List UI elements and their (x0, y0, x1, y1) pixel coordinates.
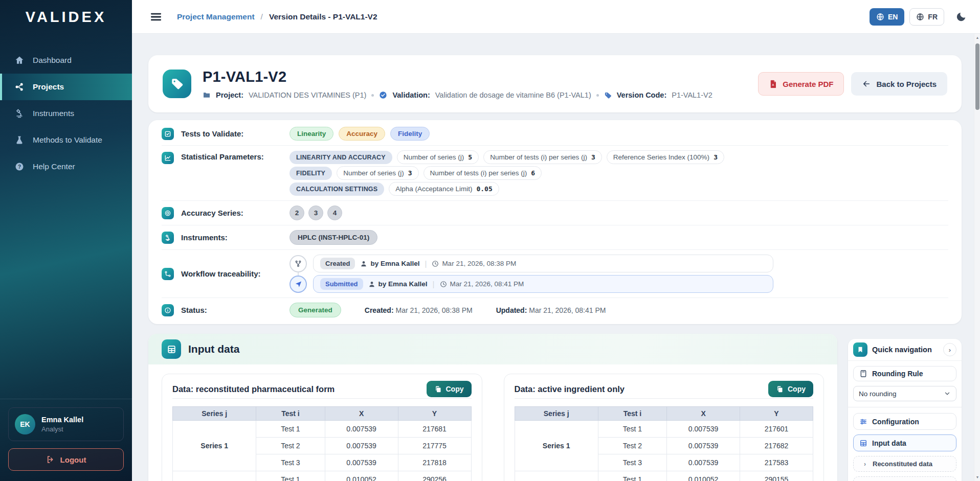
globe-icon (876, 13, 884, 21)
stat-group-tag: CALCULATION SETTINGS (289, 182, 384, 196)
nav-item-configuration[interactable]: Configuration (853, 413, 956, 430)
test-badge-linearity: Linearity (289, 127, 333, 141)
breadcrumb-parent[interactable]: Project Management (177, 12, 255, 21)
table-cell: 217682 (740, 438, 813, 454)
table-cell: 0.007539 (667, 421, 740, 438)
series-cell: Series 1 (515, 421, 598, 471)
table-header-row: Series jTest iXY (173, 407, 472, 421)
test-badge-fidelity: Fidelity (390, 127, 430, 141)
nav-subitem-label: Reconstituted data (873, 460, 932, 468)
scroll-up-arrow[interactable]: ▲ (974, 36, 980, 39)
column-header: Test i (256, 407, 325, 421)
accuracy-series-value: 3 (308, 205, 323, 220)
table-cell: 0.007539 (325, 438, 398, 454)
stat-params-row: Statistical Parameters: LINEARITY AND AC… (162, 146, 948, 201)
copy-button[interactable]: Copy (427, 381, 472, 397)
copy-button[interactable]: Copy (768, 381, 813, 397)
rounding-rule-title: Rounding Rule (872, 370, 923, 378)
sidebar-item-dashboard[interactable]: Dashboard (0, 47, 132, 74)
sidebar-item-help[interactable]: ? Help Center (0, 153, 132, 180)
quick-navigation-panel: Quick navigation › Rounding Rule No roun… (848, 339, 962, 481)
breadcrumb: Project Management / Version Details - P… (177, 12, 377, 21)
instrument-pill: HPLC (INST-HPLC-01) (289, 230, 377, 245)
svg-text:A: A (772, 83, 774, 86)
scroll-down-arrow[interactable]: ▼ (974, 475, 980, 479)
copy-icon (776, 385, 784, 393)
table-cell: Test 1 (256, 421, 325, 438)
input-data-header: Input data (148, 334, 837, 364)
tests-row: Tests to Validate: Linearity Accuracy Fi… (162, 122, 948, 146)
sidebar-item-label: Instruments (33, 109, 74, 118)
validation-value: Validation de dosage de vitamine B6 (P1-… (435, 91, 591, 99)
copy-icon (434, 385, 442, 393)
grid-icon (859, 439, 867, 447)
sidebar-item-methods[interactable]: Methods to Validate (0, 127, 132, 153)
sidebar-footer: EK Emna Kallel Analyst Logout (0, 399, 132, 481)
microscope-icon (14, 108, 25, 119)
updated-label: Updated: (496, 306, 527, 314)
table-cell: 0.007539 (667, 454, 740, 471)
column-header: X (667, 407, 740, 421)
generate-pdf-button[interactable]: A Generate PDF (758, 72, 844, 96)
table-cell: 0.007539 (325, 421, 398, 438)
workflow-by: by Emna Kallel (378, 280, 428, 288)
table-cell: Test 3 (598, 454, 666, 471)
table-cell: Test 1 (256, 471, 325, 481)
clock-icon (440, 281, 447, 288)
series-cell: Series 2 (515, 471, 598, 481)
version-code-label: Version Code: (617, 91, 667, 99)
workflow-status-badge: Created (320, 258, 355, 269)
window-scrollbar[interactable]: ▲ ▼ (974, 34, 980, 481)
instruments-label: Instruments: (181, 233, 282, 242)
sidebar-item-instruments[interactable]: Instruments (0, 100, 132, 127)
table-row: Series 2Test 10.010052290256 (173, 471, 472, 481)
workflow-time: Mar 21, 2026, 08:38 PM (442, 260, 516, 267)
column-header: Series j (173, 407, 256, 421)
lang-fr-button[interactable]: FR (909, 8, 944, 26)
data-table: Series jTest iXY Series 1Test 10.0075392… (172, 406, 472, 481)
menu-icon[interactable] (149, 10, 163, 24)
panel-title: Data: active ingredient only (515, 384, 625, 394)
accuracy-series-value: 4 (327, 205, 342, 220)
version-code-value: P1-VAL1-V2 (672, 91, 712, 99)
back-to-projects-button[interactable]: Back to Projects (851, 72, 947, 96)
page-title: P1-VAL1-V2 (203, 68, 747, 85)
stat-group-tag: FIDELITY (289, 167, 332, 180)
help-icon: ? (14, 162, 25, 172)
workflow-icon (162, 268, 174, 280)
accuracy-series-label: Accuracy Series: (181, 209, 282, 217)
rounding-rule-select[interactable]: No rounding (853, 386, 956, 401)
topbar: Project Management / Version Details - P… (132, 0, 980, 34)
workflow-time: Mar 21, 2026, 08:41 PM (450, 280, 524, 288)
rounding-rule-card: Rounding Rule (853, 366, 956, 381)
nav-item-input-data[interactable]: Input data (853, 434, 956, 451)
info-icon (162, 304, 174, 316)
validation-label: Validation: (392, 91, 430, 99)
stat-param: Number of series (j)5 (397, 150, 479, 164)
nav-subitem-reconstituted-data[interactable]: › Reconstituted data (853, 456, 956, 472)
table-cell: 0.007539 (667, 438, 740, 454)
logout-button[interactable]: Logout (8, 448, 124, 471)
stat-params-label: Statistical Parameters: (181, 150, 282, 161)
user-icon (368, 281, 375, 288)
table-cell: 217601 (740, 421, 813, 438)
lang-en-button[interactable]: EN (870, 8, 904, 26)
stat-param: Alpha (Acceptance Limit)0.05 (389, 182, 499, 196)
nav-subitem-control-data[interactable]: › Control data (853, 476, 956, 481)
avatar: EK (15, 414, 35, 434)
user-role: Analyst (41, 425, 83, 433)
stat-param: Number of tests (i) per series (j)3 (483, 150, 602, 164)
sidebar-item-projects[interactable]: Projects (0, 74, 132, 100)
separator: | (425, 259, 427, 268)
checklist-icon (162, 128, 174, 140)
moon-icon[interactable] (955, 11, 967, 22)
scrollbar-thumb[interactable] (975, 43, 979, 110)
status-badge: Generated (289, 303, 341, 317)
collapse-panel-button[interactable]: › (943, 343, 956, 356)
microscope-icon (162, 232, 174, 244)
status-row: Status: Generated Created: Mar 21, 2026,… (162, 298, 948, 322)
check-circle-icon (379, 91, 387, 99)
chevron-down-icon (944, 390, 951, 397)
data-table: Series jTest iXY Series 1Test 10.0075392… (515, 406, 814, 481)
table-cell: 0.007539 (325, 454, 398, 471)
